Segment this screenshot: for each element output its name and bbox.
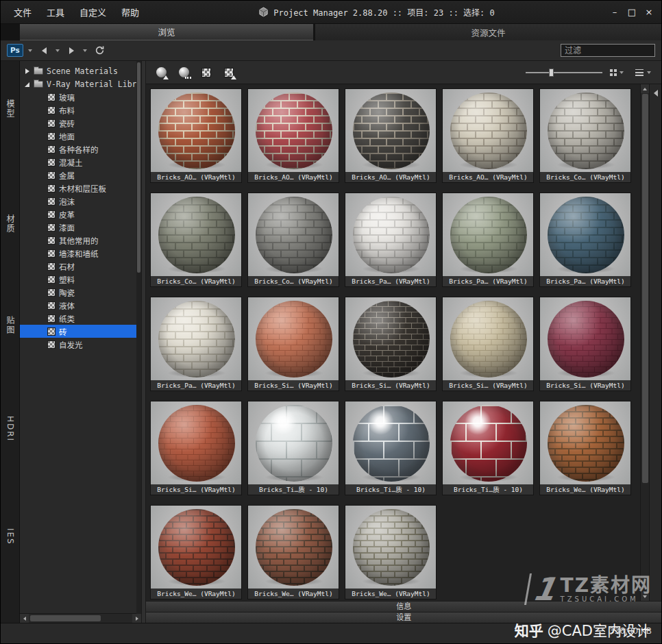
rollout-info[interactable]: 信息 — [146, 601, 661, 612]
close-button[interactable]: × — [641, 5, 657, 20]
material-thumbnail[interactable]: Bricks_AO… (VRayMtl) — [442, 88, 534, 183]
material-thumbnail[interactable]: Bricks_Ti…质 - 10) — [442, 401, 534, 495]
menu-tools[interactable]: 工具 — [39, 2, 72, 22]
menu-help[interactable]: 帮助 — [114, 2, 147, 22]
material-thumbnail[interactable]: Bricks_We… (VRayMtl) — [150, 505, 242, 599]
sort-view-button[interactable] — [633, 65, 655, 80]
rail-tab-materials[interactable]: 材质 — [4, 214, 16, 234]
menu-customize[interactable]: 自定义 — [72, 2, 114, 22]
tree-item[interactable]: Scene Materials — [20, 64, 141, 77]
tree-item[interactable]: 瓷砖 — [20, 116, 141, 129]
material-thumbnail[interactable]: Bricks_We… (VRayMtl) — [539, 401, 631, 495]
refresh-button[interactable] — [92, 44, 107, 58]
tree-item[interactable]: 玻璃 — [20, 90, 141, 103]
material-thumbnail[interactable]: Bricks_Co… (VRayMtl) — [247, 193, 339, 287]
material-thumbnail[interactable]: Bricks_Co… (VRayMtl) — [539, 88, 631, 183]
forward-button[interactable] — [64, 44, 78, 58]
folder-icon — [34, 68, 43, 75]
expand-arrow-icon[interactable] — [25, 82, 30, 87]
slider-thumb[interactable] — [549, 69, 554, 77]
tree-item[interactable]: 混凝土 — [20, 156, 141, 169]
grid-view-button[interactable] — [607, 65, 628, 80]
tab-asset-files[interactable]: 资源文件 — [315, 24, 661, 40]
material-thumbnail[interactable]: Bricks_Si… (VRayMtl) — [345, 297, 437, 391]
tree-item[interactable]: 各种各样的 — [20, 143, 141, 156]
tab-browse[interactable]: 浏览 — [20, 24, 313, 40]
rail-tab-maps[interactable]: 贴图 — [4, 316, 16, 335]
material-thumbnail[interactable]: Bricks_AO… (VRayMtl) — [345, 88, 437, 183]
back-button[interactable] — [37, 44, 51, 58]
rail-tab-hdri[interactable]: HDRI — [5, 416, 15, 442]
maximize-button[interactable]: □ — [624, 5, 640, 20]
chevron-down-icon — [620, 71, 624, 74]
tree-item[interactable]: V-Ray Material Libra — [20, 77, 141, 90]
ps-dropdown-caret-icon[interactable] — [28, 49, 32, 52]
material-thumbnail[interactable]: Bricks_Co… (VRayMtl) — [150, 193, 242, 287]
scroll-right-button[interactable] — [132, 614, 141, 623]
thumbnail-size-slider[interactable] — [526, 67, 602, 78]
material-thumbnail[interactable]: Bricks_Si… (VRayMtl) — [539, 297, 631, 391]
tree-item-label: 自发光 — [59, 339, 83, 350]
tree-item[interactable]: 液体 — [20, 299, 141, 312]
arrow-badge-icon — [231, 75, 236, 79]
scrollbar-thumb[interactable] — [642, 94, 648, 483]
expand-arrow-icon[interactable] — [25, 69, 30, 74]
tree-item[interactable]: 地面 — [20, 129, 141, 143]
tree-item[interactable]: 纸类 — [20, 312, 141, 325]
material-thumbnail[interactable]: Bricks_Ti…质 - 10) — [247, 401, 339, 495]
checker-map-button[interactable] — [197, 64, 215, 81]
triangle-left-icon — [23, 617, 26, 621]
tree-vertical-scrollbar[interactable] — [136, 61, 141, 614]
tree-item[interactable]: 泡沫 — [20, 195, 141, 208]
tree-item[interactable]: 石材 — [20, 260, 141, 273]
expand-panel-chevron-icon[interactable] — [654, 90, 658, 97]
material-thumbnail[interactable]: Bricks_Pa… (VRayMtl) — [442, 193, 534, 287]
content-vertical-scrollbar[interactable] — [640, 84, 649, 601]
scroll-down-button[interactable] — [641, 592, 649, 601]
rail-tab-models[interactable]: 模型 — [4, 99, 16, 119]
rail-tab-ies[interactable]: IES — [5, 528, 15, 545]
tree-horizontal-scrollbar[interactable] — [20, 613, 141, 623]
tree-item[interactable]: 陶瓷 — [20, 286, 141, 299]
rollout-settings[interactable]: 设置 — [146, 612, 661, 623]
material-thumbnail[interactable]: Bricks_Pa… (VRayMtl) — [150, 297, 242, 391]
checker-map-arrow-button[interactable] — [220, 64, 238, 81]
tree-item[interactable]: 皮革 — [20, 208, 141, 221]
tree-item[interactable]: 木材和层压板 — [20, 182, 141, 195]
material-ball-button[interactable] — [152, 64, 170, 81]
tree-item[interactable]: 墙漆和墙纸 — [20, 247, 141, 260]
scroll-left-button[interactable] — [20, 614, 29, 623]
tree-item[interactable]: 砖 — [20, 325, 141, 338]
menu-file[interactable]: 文件 — [6, 2, 39, 22]
selection-size-label: 336.00 KB — [609, 626, 652, 636]
minimize-button[interactable]: – — [606, 5, 623, 20]
tree-item[interactable]: 漆面 — [20, 221, 141, 234]
material-thumbnail[interactable]: Bricks_Si… (VRayMtl) — [442, 297, 534, 391]
material-thumbnail[interactable]: Bricks_Si… (VRayMtl) — [150, 401, 242, 495]
material-thumbnail[interactable]: Bricks_AO… (VRayMtl) — [150, 88, 242, 183]
tree-item[interactable]: 塑料 — [20, 273, 141, 286]
material-thumbnail[interactable]: Bricks_AO… (VRayMtl) — [247, 88, 339, 183]
scroll-up-button[interactable] — [641, 84, 649, 93]
forward-history-caret-icon[interactable] — [83, 49, 87, 52]
material-thumbnail-label: Bricks_Pa… (VRayMtl) — [443, 276, 533, 286]
material-thumbnail[interactable]: Bricks_We… (VRayMtl) — [247, 505, 339, 599]
material-thumbnail[interactable]: Bricks_Si… (VRayMtl) — [247, 297, 339, 391]
filter-input[interactable] — [561, 44, 655, 57]
material-thumbnail[interactable]: Bricks_Pa… (VRayMtl) — [345, 193, 437, 287]
tree-item[interactable]: 其他常用的 — [20, 234, 141, 247]
tree-item[interactable]: 自发光 — [20, 338, 141, 351]
material-thumbnail[interactable]: Bricks_Pa… (VRayMtl) — [539, 193, 631, 287]
content-panel: Bricks_AO… (VRayMtl) Bricks_AO… (VRayMtl… — [146, 61, 661, 623]
scrollbar-thumb[interactable] — [30, 615, 101, 621]
photoshop-button[interactable]: Ps — [7, 44, 23, 57]
material-thumbnail[interactable]: Bricks_We… (VRayMtl) — [345, 505, 437, 599]
tree-item[interactable]: 布料 — [20, 103, 141, 116]
collapsed-side-panel[interactable] — [649, 84, 661, 601]
material-ball-dots-button[interactable] — [175, 64, 193, 81]
material-thumbnail[interactable]: Bricks_Ti…质 - 10) — [345, 401, 437, 495]
scrollbar-thumb[interactable] — [137, 62, 140, 273]
tree-item[interactable]: 金属 — [20, 169, 141, 182]
back-history-caret-icon[interactable] — [56, 49, 60, 52]
panel-splitter[interactable] — [141, 61, 146, 623]
